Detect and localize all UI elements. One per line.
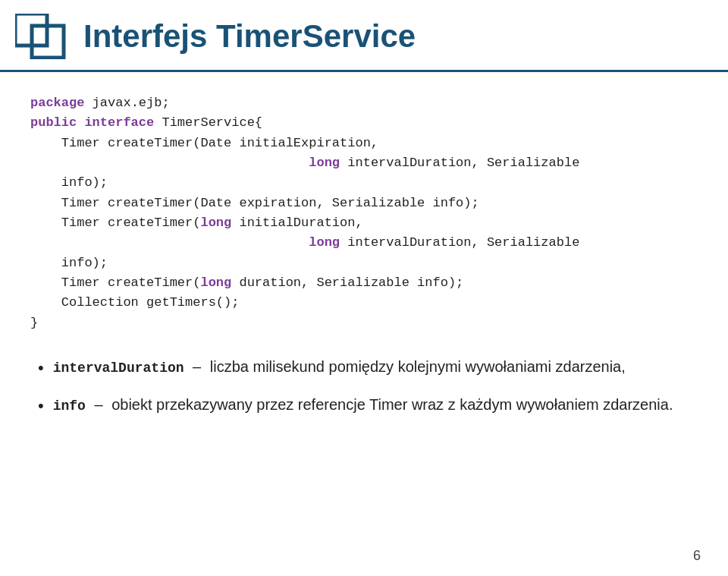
code-line-8: long intervalDuration, Serializable	[30, 233, 698, 253]
page-number: 6	[693, 548, 701, 564]
bullet-desc-2: obiekt przekazywany przez referencje Tim…	[111, 396, 673, 413]
bullets-section: • intervalDuration – liczba milisekund p…	[30, 356, 698, 418]
code-line-6: Timer createTimer(Date expiration, Seria…	[30, 194, 698, 213]
bullet-item-2: • info – obiekt przekazywany przez refer…	[38, 394, 698, 418]
code-line-3: Timer createTimer(Date initialExpiration…	[30, 134, 698, 153]
bullet-desc-1: liczba milisekund pomiędzy kolejnymi wyw…	[210, 358, 626, 375]
bullet-text-1: intervalDuration – liczba milisekund pom…	[53, 356, 626, 378]
code-line-4: long intervalDuration, Serializable	[30, 153, 698, 173]
page-title: Interfejs TimerService	[83, 18, 416, 55]
main-content: package javax.ejb; public interface Time…	[0, 72, 728, 447]
bullet-code-1: intervalDuration	[53, 360, 184, 376]
code-line-2: public interface TimerService{	[30, 113, 698, 133]
code-line-10: Timer createTimer(long duration, Seriali…	[30, 273, 698, 293]
bullet-code-2: info	[53, 398, 86, 414]
code-block: package javax.ejb; public interface Time…	[30, 93, 698, 333]
bullet-dash-2: –	[90, 396, 107, 413]
code-line-12: }	[30, 313, 698, 333]
header: Interfejs TimerService	[0, 0, 728, 72]
code-line-9: info);	[30, 253, 698, 273]
slide: Interfejs TimerService package javax.ejb…	[0, 0, 728, 576]
bullet-dot-1: •	[38, 357, 44, 380]
bullet-dot-2: •	[38, 395, 44, 418]
code-line-5: info);	[30, 173, 698, 193]
logo-icon	[15, 14, 68, 59]
code-line-11: Collection getTimers();	[30, 293, 698, 313]
bullet-dash-1: –	[189, 358, 206, 375]
code-line-7: Timer createTimer(long initialDuration,	[30, 213, 698, 233]
code-line-1: package javax.ejb;	[30, 93, 698, 113]
bullet-item-1: • intervalDuration – liczba milisekund p…	[38, 356, 698, 380]
bullet-text-2: info – obiekt przekazywany przez referen…	[53, 394, 673, 416]
